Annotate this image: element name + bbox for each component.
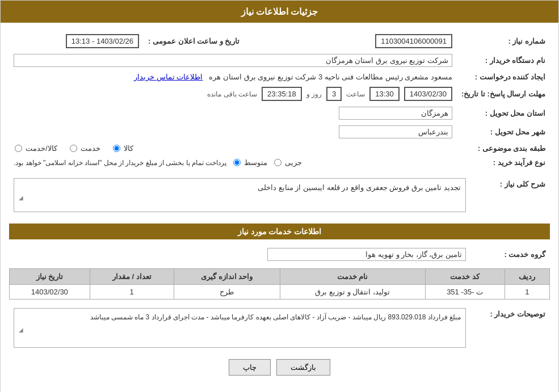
radio-motevaset[interactable]: متوسط	[232, 158, 267, 167]
ijadKonande-value: مسعود مشعری رئیس مطالعات فنی ناحیه 3 شرک…	[9, 70, 457, 84]
cell-count: 1	[90, 285, 174, 300]
saat-label: ساعت	[346, 90, 365, 98]
col-radif: ردیف	[505, 269, 549, 285]
col-count: تعداد / مقدار	[90, 269, 174, 285]
tarikh-value: 1403/02/26 - 13:13	[9, 31, 144, 51]
noveFarayand-options: پرداخت تمام یا بخشی از مبلغ خریدار از مح…	[9, 155, 457, 170]
shahr-value: بندرعباس	[257, 123, 457, 141]
print-button[interactable]: چاپ	[229, 359, 271, 376]
col-date: تاریخ نیاز	[10, 269, 90, 285]
page-title: جزئیات اطلاعات نیاز	[241, 7, 318, 16]
cell-code: ت -35- 351	[425, 285, 505, 300]
services-table: ردیف کد خدمت نام خدمت واحد اندازه گیری ت…	[9, 268, 550, 300]
tarikh-label: تاریخ و ساعت اعلان عمومی :	[144, 31, 257, 51]
radio-jozi[interactable]: جزیی	[273, 158, 302, 167]
cell-name: تولید، انتقال و توزیع برق	[280, 285, 425, 300]
cell-date: 1403/02/30	[10, 285, 90, 300]
roz-value: 3	[326, 87, 342, 101]
shomareNiaz-value: 1103004106000091	[257, 31, 457, 51]
page-header: جزئیات اطلاعات نیاز	[1, 1, 558, 23]
toseif-value: مبلغ فرارداد 893.029.018 ریال میباشد - ض…	[9, 305, 470, 351]
sharhKoli-value: تجدید تامین برق فروش جعفری واقع در قلعه …	[9, 175, 470, 215]
sharhKoli-label: شرح کلی نیاز :	[470, 175, 550, 215]
ostan-value: هرمزگان	[257, 104, 457, 123]
ijadKonande-label: ایجاد کننده درخواست :	[457, 70, 550, 84]
namDastgah-value: شرکت توزیع نیروی برق استان هرمزگان	[9, 51, 457, 70]
col-name: نام خدمت	[280, 269, 425, 285]
groheKhedmat-value: تامین برق، گاز، بخار و تهویه هوا	[9, 245, 470, 264]
roz-label: روز و	[306, 90, 322, 98]
baghimande-value: 23:35:18	[262, 87, 302, 101]
table-row: 1 ت -35- 351 تولید، انتقال و توزیع برق ط…	[10, 285, 550, 300]
mohlat-label: مهلت ارسال پاسخ: تا تاریخ:	[457, 84, 550, 104]
tabaqeBandi-label: طبقه بندی موضوعی :	[457, 141, 550, 155]
tarikh-date: 1403/02/30	[404, 87, 452, 101]
buttons-row: بازگشت چاپ	[9, 359, 550, 384]
khadamat-section-title: اطلاعات خدمات مورد نیاز	[9, 224, 550, 239]
cell-radif: 1	[505, 285, 549, 300]
toseif-label: توصیحات خریدار :	[470, 305, 550, 351]
radio-khedmat[interactable]: خدمت	[69, 144, 100, 153]
groheKhedmat-label: گروه خدمت :	[470, 245, 550, 264]
radio-kala-khedmat[interactable]: کالا/خدمت	[14, 144, 57, 153]
shahr-label: شهر محل تحویل :	[457, 123, 550, 141]
shomareNiaz-label: شماره نیاز :	[457, 31, 550, 51]
baghimande-label: ساعت باقی مانده	[207, 90, 257, 98]
noveFarayand-label: نوع فرآیند خرید :	[457, 155, 550, 170]
mohlat-value: ساعت باقی مانده 23:35:18 روز و 3 ساعت 13…	[9, 84, 457, 104]
namDastgah-label: نام دستگاه خریدار :	[457, 51, 550, 70]
tabaqeBandi-options: کالا/خدمت خدمت کالا	[9, 141, 457, 155]
col-unit: واحد اندازه گیری	[174, 269, 280, 285]
col-code: کد خدمت	[425, 269, 505, 285]
ijadKonande-link[interactable]: اطلاعات تماس خریدار	[134, 73, 203, 81]
cell-unit: طرح	[174, 285, 280, 300]
radio-kala[interactable]: کالا	[112, 144, 133, 153]
ostan-label: استان محل تحویل :	[457, 104, 550, 123]
saat-value: 13:30	[369, 87, 400, 101]
noveFarayand-note: پرداخت تمام یا بخشی از مبلغ خریدار از مح…	[14, 159, 226, 167]
back-button[interactable]: بازگشت	[276, 359, 330, 376]
